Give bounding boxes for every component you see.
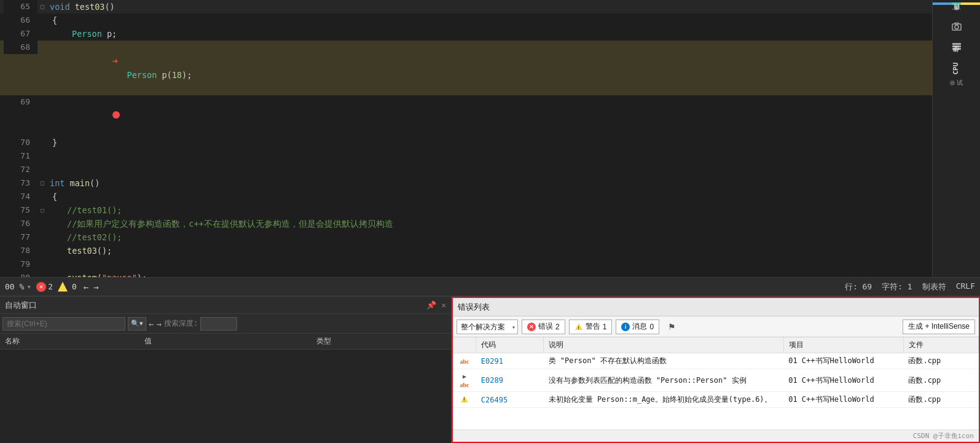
zoom-control[interactable]: 00 % ▾ bbox=[5, 282, 31, 291]
right-sidebar: ··· 内存使 CPU 使 试 bbox=[932, 0, 980, 277]
line-content-73: int main() bbox=[47, 176, 932, 190]
warning-count-icon: ! bbox=[574, 323, 583, 331]
fold-73[interactable]: □ bbox=[37, 176, 47, 190]
code-line-67: 67 Person p; bbox=[0, 27, 932, 41]
col-desc-header: 说明 bbox=[544, 337, 784, 353]
auto-window-header: 自动窗口 📌 ✕ bbox=[0, 297, 451, 314]
line-num-80: 80 bbox=[4, 271, 37, 277]
error-row-2[interactable]: ▶ abc E0289 没有与参数列表匹配的构造函数 "Person::Pers… bbox=[453, 369, 979, 392]
code-2[interactable]: E0289 bbox=[476, 369, 544, 392]
nav-arrows: ← → bbox=[82, 282, 101, 292]
line-num-78: 78 bbox=[4, 244, 37, 257]
info-label: 消息 bbox=[632, 321, 647, 332]
error-code-1[interactable]: E0291 bbox=[481, 357, 503, 366]
line-content-76: //如果用户定义有参构造函数，c++不在提供默认无参构造，但是会提供默认拷贝构造 bbox=[47, 217, 932, 230]
info-count-button[interactable]: i 消息 0 bbox=[616, 320, 659, 334]
error-icon: ✕ bbox=[36, 282, 46, 292]
code-w1[interactable]: C26495 bbox=[476, 392, 544, 408]
project-w1: 01 C++书写HelloWorld bbox=[783, 392, 903, 408]
error-count-icon: ✕ bbox=[527, 323, 536, 331]
zoom-dropdown-icon[interactable]: ▾ bbox=[26, 282, 31, 291]
line-content-80: system("pause"); bbox=[47, 271, 932, 277]
nav-left-arrow[interactable]: ← bbox=[149, 319, 154, 329]
warning-label: 警告 bbox=[586, 321, 600, 332]
auto-table: 名称 值 类型 bbox=[0, 334, 451, 443]
project-2: 01 C++书写HelloWorld bbox=[783, 369, 903, 392]
nav-right-arrow[interactable]: → bbox=[156, 319, 161, 329]
filter-button[interactable]: ⚑ bbox=[663, 320, 681, 334]
line-content-65: void test03() bbox=[47, 0, 932, 14]
warning-count: 0 bbox=[72, 282, 77, 291]
layers-icon bbox=[949, 39, 964, 53]
search-depth-input[interactable] bbox=[200, 317, 237, 331]
line-num-67: 67 bbox=[4, 27, 37, 41]
svg-point-1 bbox=[955, 25, 958, 29]
warning-count-button[interactable]: ! 警告 1 bbox=[569, 320, 613, 334]
dots-indicator: ··· bbox=[951, 6, 962, 13]
col-code-header: 代码 bbox=[476, 337, 544, 353]
warning-code-1[interactable]: C26495 bbox=[481, 396, 508, 404]
error-code-2[interactable]: E0289 bbox=[481, 376, 503, 385]
error-list-title: 错误列表 bbox=[458, 302, 490, 313]
bottom-area: 自动窗口 📌 ✕ 🔍▾ ← → 搜索深度: 名称 bbox=[0, 296, 980, 443]
code-line-73: 73 □ int main() bbox=[0, 176, 932, 190]
nav-forward-arrow[interactable]: → bbox=[92, 282, 100, 292]
file-1: 函数.cpp bbox=[903, 353, 978, 369]
line-num-68: 68 bbox=[4, 41, 37, 54]
line-content-70: } bbox=[47, 136, 932, 149]
warning-row-1[interactable]: ! C26495 未初始化变量 Person::m_Age。始终初始化成员变量(… bbox=[453, 392, 979, 408]
line-num-75: 75 bbox=[4, 203, 37, 217]
cpu-dot bbox=[950, 80, 955, 85]
line-content-74: { bbox=[47, 190, 932, 203]
tab-info: 制表符 bbox=[922, 281, 946, 292]
warning-badge[interactable]: 0 bbox=[58, 282, 77, 292]
line-num-79: 79 bbox=[4, 257, 37, 271]
intellisense-button[interactable]: 生成 + IntelliSense bbox=[903, 320, 975, 334]
expand-icon-2[interactable]: ▶ bbox=[463, 373, 466, 380]
search-bar: 🔍▾ ← → 搜索深度: bbox=[0, 314, 451, 334]
line-num-72: 72 bbox=[4, 163, 37, 176]
filter-select[interactable]: 整个解决方案 bbox=[457, 320, 518, 334]
editor-area: 65 □ void test03() 66 { 67 Person p; bbox=[0, 0, 980, 277]
code-line-72: 72 bbox=[0, 163, 932, 176]
col-name: 名称 bbox=[0, 334, 139, 350]
svg-rect-3 bbox=[952, 43, 961, 45]
code-line-78: 78 test03(); bbox=[0, 244, 932, 257]
fold-75[interactable]: □ bbox=[37, 203, 47, 217]
code-content: 65 □ void test03() 66 { 67 Person p; bbox=[0, 0, 932, 277]
error-label: 错误 bbox=[538, 321, 553, 332]
col-info: 字符: 1 bbox=[882, 281, 912, 292]
line-num-71: 71 bbox=[4, 149, 37, 163]
line-content-69 bbox=[47, 95, 932, 136]
zoom-value: 00 % bbox=[5, 282, 24, 291]
fold-65[interactable]: □ bbox=[37, 0, 47, 14]
expand-2[interactable]: ▶ abc bbox=[453, 369, 476, 392]
search-button[interactable]: 🔍▾ bbox=[128, 317, 146, 331]
nav-back-arrow[interactable]: ← bbox=[82, 282, 90, 292]
abc-icon-2: abc bbox=[460, 382, 469, 388]
error-badge[interactable]: ✕ 2 bbox=[36, 282, 53, 292]
code-line-79: 79 bbox=[0, 257, 932, 271]
pin-icon[interactable]: 📌 bbox=[426, 300, 436, 310]
col-file-header: 文件 bbox=[903, 337, 978, 353]
line-content-66: { bbox=[47, 14, 932, 27]
colorbar bbox=[933, 2, 980, 5]
desc-1: 类 "Person" 不存在默认构造函数 bbox=[544, 353, 784, 369]
line-num-76: 76 bbox=[4, 217, 37, 230]
svg-text:!: ! bbox=[578, 325, 579, 331]
line-content-77: //test02(); bbox=[47, 230, 932, 244]
error-count-button[interactable]: ✕ 错误 2 bbox=[522, 320, 565, 334]
svg-rect-4 bbox=[952, 45, 961, 47]
search-input[interactable] bbox=[2, 317, 125, 331]
line-content-75: //test01(); bbox=[47, 203, 932, 217]
row-info: 行: 69 bbox=[845, 281, 872, 292]
error-table: 代码 说明 项目 文件 abc E029 bbox=[453, 337, 979, 429]
panel-icons: 📌 ✕ bbox=[426, 300, 446, 310]
auto-window: 自动窗口 📌 ✕ 🔍▾ ← → 搜索深度: 名称 bbox=[0, 297, 452, 443]
code-1[interactable]: E0291 bbox=[476, 353, 544, 369]
warning-row-icon: ! bbox=[460, 395, 469, 403]
filter-wrapper[interactable]: 整个解决方案 bbox=[457, 320, 518, 334]
close-icon[interactable]: ✕ bbox=[441, 300, 446, 310]
error-row-1[interactable]: abc E0291 类 "Person" 不存在默认构造函数 01 C++书写H… bbox=[453, 353, 979, 369]
main-container: 65 □ void test03() 66 { 67 Person p; bbox=[0, 0, 980, 443]
